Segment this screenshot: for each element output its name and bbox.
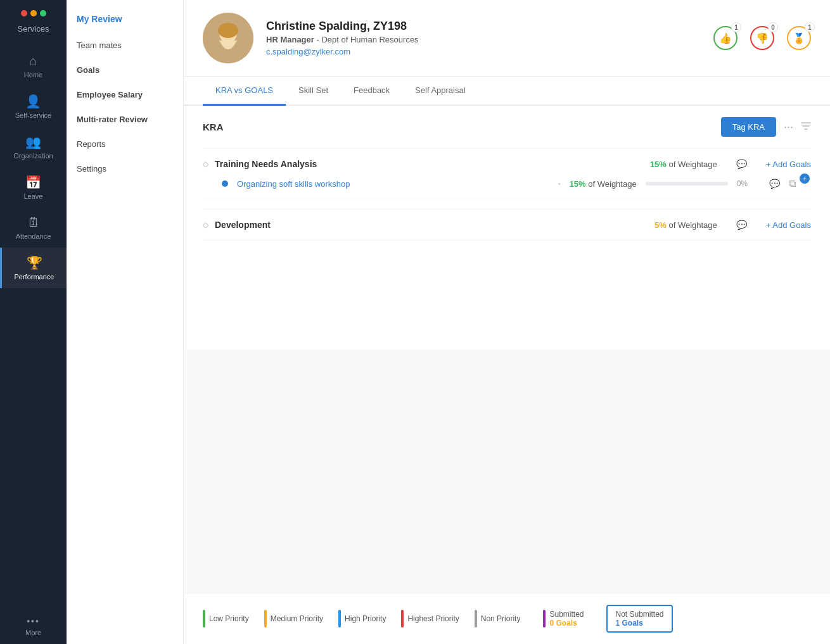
legend-label-low: Low Priority bbox=[209, 614, 249, 623]
not-submitted-label: Not Submitted bbox=[615, 610, 663, 619]
attendance-icon: 🗓 bbox=[27, 215, 40, 230]
nav-label-more: More bbox=[25, 629, 41, 636]
tab-feedback[interactable]: Feedback bbox=[341, 77, 402, 106]
profile-header: Christine Spalding, ZY198 HR Manager - D… bbox=[184, 0, 830, 77]
nav-employee-salary[interactable]: Employee Salary bbox=[67, 82, 183, 107]
filter-icon[interactable] bbox=[801, 121, 811, 134]
main-content: Christine Spalding, ZY198 HR Manager - D… bbox=[184, 0, 830, 644]
tab-self-appraisal[interactable]: Self Appraisal bbox=[402, 77, 478, 106]
goal-comment-icon[interactable]: 💬 bbox=[769, 179, 780, 189]
legend-stripe-high bbox=[338, 610, 341, 628]
legend-stripe-low bbox=[203, 610, 205, 628]
tab-skill-set[interactable]: Skill Set bbox=[286, 77, 341, 106]
nav-goals[interactable]: Goals bbox=[67, 58, 183, 82]
comment-icon-training[interactable]: 💬 bbox=[736, 159, 747, 169]
nav-reports[interactable]: Reports bbox=[67, 132, 183, 156]
performance-icon: 🏆 bbox=[27, 255, 42, 270]
kra-weightage-label-training: of Weightage bbox=[668, 160, 717, 169]
tabs-bar: KRA vs GOALS Skill Set Feedback Self App… bbox=[184, 77, 830, 106]
legend-label-medium: Medium Priority bbox=[271, 614, 323, 623]
nav-item-more[interactable]: ••• More bbox=[0, 609, 67, 644]
avatar bbox=[203, 13, 253, 63]
not-submitted-info: Not Submitted 1 Goals bbox=[615, 610, 663, 628]
nav-item-leave[interactable]: 📅 Leave bbox=[0, 167, 67, 208]
not-submitted-goals: 1 Goals bbox=[615, 619, 663, 628]
badge-thumbsup-count: 1 bbox=[731, 22, 741, 32]
nav-settings[interactable]: Settings bbox=[67, 156, 183, 181]
goal-weightage-label-workshop: of Weightage bbox=[588, 179, 636, 189]
kra-header: KRA Tag KRA ··· bbox=[203, 106, 811, 149]
add-goals-btn-development[interactable]: + Add Goals bbox=[766, 220, 811, 230]
kra-weightage-training: 15% of Weightage bbox=[650, 160, 717, 169]
goal-sep: • bbox=[558, 180, 561, 187]
profile-role-title: HR Manager bbox=[266, 35, 314, 44]
second-navigation: My Review Team mates Goals Employee Sala… bbox=[67, 0, 184, 644]
legend-label-high: High Priority bbox=[345, 614, 386, 623]
legend-stripe-medium bbox=[264, 610, 267, 628]
badge-award-wrapper: 🏅 1 bbox=[787, 26, 811, 50]
submitted-goals: 0 Goals bbox=[549, 619, 584, 628]
profile-role: HR Manager - Dept of Human Resources bbox=[266, 35, 701, 44]
kra-row-development: ◇ Development 5% of Weightage 💬 + Add Go… bbox=[203, 210, 811, 241]
goal-weightage-workshop: 15% of Weightage bbox=[570, 179, 637, 189]
selfservice-icon: 👤 bbox=[25, 94, 41, 109]
not-submitted-box: Not Submitted 1 Goals bbox=[606, 605, 672, 633]
kra-actions: Tag KRA ··· bbox=[721, 117, 811, 137]
kra-weightage-pct-training: 15% bbox=[650, 160, 667, 169]
nav-label-selfservice: Self-service bbox=[15, 111, 51, 119]
nav-teammates[interactable]: Team mates bbox=[67, 33, 183, 58]
kra-title: KRA bbox=[203, 122, 224, 132]
tab-kra-vs-goals[interactable]: KRA vs GOALS bbox=[203, 77, 286, 106]
nav-item-performance[interactable]: 🏆 Performance bbox=[0, 248, 67, 288]
tag-kra-button[interactable]: Tag KRA bbox=[721, 117, 776, 137]
legend-non-priority: Non Priority bbox=[475, 610, 521, 628]
services-label: Services bbox=[18, 24, 49, 34]
nav-label-leave: Leave bbox=[24, 193, 43, 200]
profile-info: Christine Spalding, ZY198 HR Manager - D… bbox=[266, 20, 701, 56]
kra-weightage-label-development: of Weightage bbox=[668, 220, 717, 230]
legend-medium-priority: Medium Priority bbox=[264, 610, 323, 628]
nav-item-selfservice[interactable]: 👤 Self-service bbox=[0, 86, 67, 127]
plus-badge: + bbox=[800, 174, 810, 184]
submitted-label: Submitted bbox=[549, 610, 584, 619]
my-review-link[interactable]: My Review bbox=[67, 5, 183, 33]
far-navigation: Services ⌂ Home 👤 Self-service 👥 Organiz… bbox=[0, 0, 67, 644]
services-icon bbox=[21, 10, 46, 19]
comment-icon-development[interactable]: 💬 bbox=[736, 220, 747, 230]
goal-actions: ⧉ + bbox=[789, 178, 811, 189]
kra-section: KRA Tag KRA ··· ◇ Training Needs Analysi… bbox=[184, 106, 830, 350]
badge-thumbsdown-count: 0 bbox=[768, 22, 778, 32]
leave-icon: 📅 bbox=[25, 175, 41, 190]
nav-multirater[interactable]: Multi-rater Review bbox=[67, 107, 183, 132]
legend-bar: Low Priority Medium Priority High Priori… bbox=[184, 593, 830, 644]
legend-label-non: Non Priority bbox=[481, 614, 521, 623]
goal-name-workshop[interactable]: Organizing soft skills workshop bbox=[237, 179, 549, 189]
kra-row-development-header: ◇ Development 5% of Weightage 💬 + Add Go… bbox=[203, 220, 811, 230]
kra-row-training: ◇ Training Needs Analysis 15% of Weighta… bbox=[203, 149, 811, 210]
nav-label-organization: Organization bbox=[13, 152, 53, 160]
goal-progress-bar-workshop bbox=[646, 182, 728, 186]
badge-thumbsup: 👍 1 bbox=[713, 26, 737, 50]
badge-thumbsdown-wrapper: 👎 0 bbox=[750, 26, 774, 50]
more-icon: ••• bbox=[27, 616, 40, 626]
dot-yellow bbox=[30, 10, 37, 16]
more-options-icon[interactable]: ··· bbox=[784, 120, 793, 134]
kra-row-title-training: Training Needs Analysis bbox=[215, 159, 644, 169]
copy-icon[interactable]: ⧉ bbox=[789, 178, 796, 189]
goal-weightage-pct-workshop: 15% bbox=[570, 179, 586, 189]
nav-label-home: Home bbox=[24, 71, 42, 79]
profile-badges: 👍 1 👎 0 🏅 1 bbox=[713, 26, 811, 50]
legend-low-priority: Low Priority bbox=[203, 610, 249, 628]
dot-red bbox=[21, 10, 27, 16]
legend-stripe-highest bbox=[401, 610, 404, 628]
legend-stripe-submitted bbox=[543, 610, 546, 628]
expand-icon-training[interactable]: ◇ bbox=[203, 160, 208, 168]
goal-dot-workshop bbox=[222, 180, 228, 187]
nav-label-performance: Performance bbox=[15, 273, 54, 281]
profile-email[interactable]: c.spalding@zylker.com bbox=[266, 47, 701, 56]
add-goals-btn-training[interactable]: + Add Goals bbox=[766, 160, 811, 169]
expand-icon-development[interactable]: ◇ bbox=[203, 220, 208, 229]
nav-item-home[interactable]: ⌂ Home bbox=[0, 46, 67, 86]
nav-item-attendance[interactable]: 🗓 Attendance bbox=[0, 208, 67, 248]
nav-item-organization[interactable]: 👥 Organization bbox=[0, 127, 67, 167]
